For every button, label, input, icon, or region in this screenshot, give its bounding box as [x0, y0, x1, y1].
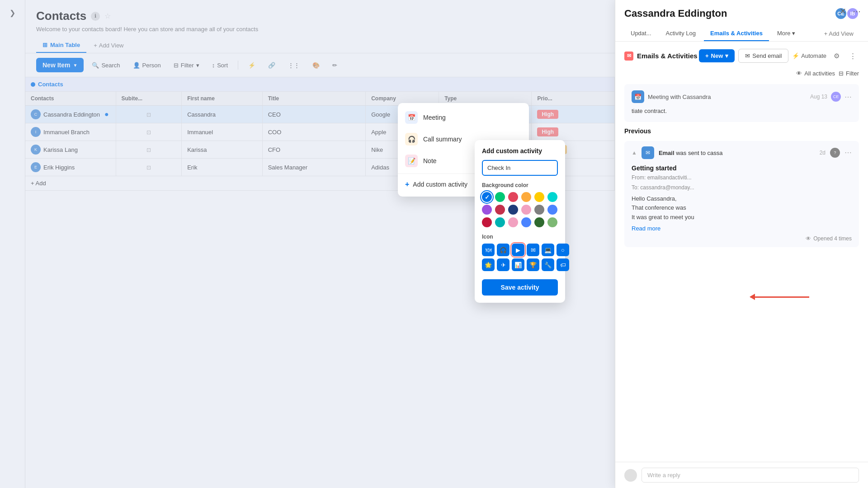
activity-user-avatar: CE [831, 92, 841, 102]
email-time-ago: 2d [820, 150, 826, 156]
icon-option-11[interactable]: 🏷 [557, 258, 569, 271]
color-option-3[interactable] [521, 192, 531, 202]
activity-more-button[interactable]: ⋯ [844, 93, 852, 101]
read-more-link[interactable]: Read more [632, 225, 852, 232]
color-option-10[interactable] [534, 205, 544, 215]
color-option-1[interactable] [495, 192, 505, 202]
color-option-5[interactable] [547, 192, 557, 202]
note-icon: 📝 [405, 155, 418, 167]
icon-option-2[interactable]: ▶ [512, 244, 524, 256]
automate-button[interactable]: ⚡ Automate [792, 52, 826, 59]
icon-option-3[interactable]: ✉ [527, 244, 539, 256]
panel-actions: + New ▾ ✉ Send email ⚡ Automate ⚙ ⋮ [699, 49, 859, 63]
eye-icon: 👁 [796, 70, 802, 77]
color-option-12[interactable] [482, 217, 492, 227]
color-option-17[interactable] [547, 217, 557, 227]
panel-header: ✕ ⋯ Cassandra Eddington CE IB Updat... A… [615, 0, 868, 42]
icon-option-10[interactable]: 🔧 [542, 258, 554, 271]
eye-icon-2: 👁 [806, 235, 811, 242]
filter-icon-2: ⊟ [839, 70, 844, 77]
icon-option-6[interactable]: 🌟 [482, 258, 495, 271]
custom-activity-popup: Add custom activity Background color ✓ I… [475, 140, 565, 303]
panel-add-view[interactable]: + Add View [819, 27, 859, 41]
email-icon: ✉ [745, 52, 750, 59]
color-option-2[interactable] [508, 192, 518, 202]
email-body-text: That conference was [632, 203, 852, 213]
arrow-head [750, 294, 755, 300]
color-option-4[interactable] [534, 192, 544, 202]
color-option-8[interactable] [508, 205, 518, 215]
icon-option-7[interactable]: ✈ [497, 258, 509, 271]
reply-input[interactable]: Write a reply [642, 468, 859, 483]
new-dropdown-arrow: ▾ [725, 52, 728, 59]
icon-option-4[interactable]: 💻 [542, 244, 554, 256]
activity-header: 📅 Meeting with Cassandra Aug 13 CE ⋯ [632, 90, 852, 103]
email-from: From: emailsandactiviti... [632, 174, 852, 181]
previous-label: Previous [624, 127, 859, 135]
settings-icon-button[interactable]: ⚙ [830, 50, 843, 62]
send-email-button[interactable]: ✉ Send email [738, 49, 788, 63]
email-type-icon: ✉ [642, 146, 654, 159]
email-info: Email was sent to cassa [659, 149, 815, 157]
color-grid: ✓ [482, 192, 558, 227]
activity-type-icon: 📅 [632, 90, 644, 103]
activity-filter-button[interactable]: ⊟ Filter [839, 70, 859, 77]
bg-color-label: Background color [482, 182, 558, 188]
right-panel: ✕ ⋯ Cassandra Eddington CE IB Updat... A… [615, 0, 868, 488]
color-option-14[interactable] [508, 217, 518, 227]
plus-icon: + [705, 52, 709, 59]
filter-row: 👁 All activities ⊟ Filter [624, 70, 859, 77]
email-to: To: cassandra@monday... [632, 184, 852, 191]
panel-section-title: ✉ Emails & Activities [624, 52, 698, 61]
email-body-text-2: It was great to meet you [632, 213, 852, 222]
tab-emails-activities[interactable]: Emails & Activities [704, 26, 769, 41]
email-greeting: Hello Cassandra, [632, 194, 852, 204]
email-subject-line: Getting started [632, 164, 852, 172]
activity-text: tiate contract. [632, 107, 852, 116]
activity-date: Aug 13 [810, 94, 827, 100]
color-option-0[interactable]: ✓ [482, 192, 492, 202]
reply-avatar [624, 469, 637, 482]
email-more-button[interactable]: ⋯ [844, 148, 852, 157]
dropdown-meeting[interactable]: 📅 Meeting [398, 107, 529, 128]
icon-option-8[interactable]: 📊 [512, 258, 524, 271]
popup-title: Add custom activity [482, 147, 558, 155]
tab-more[interactable]: More ▾ [771, 26, 802, 41]
current-activity: 📅 Meeting with Cassandra Aug 13 CE ⋯ tia… [624, 84, 859, 122]
opened-times: 👁 Opened 4 times [632, 235, 852, 242]
panel-section-header: ✉ Emails & Activities + New ▾ ✉ Send ema… [624, 49, 859, 63]
activity-name-input[interactable] [482, 160, 558, 176]
add-custom-icon: + [405, 180, 409, 188]
panel-title-row: Cassandra Eddington CE IB [624, 7, 859, 20]
color-option-13[interactable] [495, 217, 505, 227]
activity-type-label: Meeting with Cassandra [648, 94, 711, 100]
tab-update[interactable]: Updat... [624, 26, 658, 41]
panel-close-button[interactable]: ✕ [840, 6, 846, 16]
color-option-9[interactable] [521, 205, 531, 215]
email-body: Getting started From: emailsandactiviti.… [624, 164, 859, 247]
all-activities-button[interactable]: 👁 All activities [796, 70, 835, 77]
tab-activity-log[interactable]: Activity Log [660, 26, 702, 41]
panel-tabs: Updat... Activity Log Emails & Activitie… [624, 26, 859, 41]
icon-option-5[interactable]: ○ [557, 244, 569, 256]
icon-option-9[interactable]: 🏆 [527, 258, 539, 271]
email-header[interactable]: ▲ ✉ Email was sent to cassa 2d ? ⋯ [624, 141, 859, 164]
email-entry: ▲ ✉ Email was sent to cassa 2d ? ⋯ Getti… [624, 141, 859, 247]
icon-option-1[interactable]: 🎧 [497, 244, 509, 256]
panel-more-button[interactable]: ⋯ [853, 6, 861, 16]
email-user-avatar: ? [830, 148, 840, 158]
options-icon-button[interactable]: ⋮ [846, 50, 859, 62]
color-option-6[interactable] [482, 205, 492, 215]
panel-content: ✉ Emails & Activities + New ▾ ✉ Send ema… [615, 42, 868, 462]
color-option-16[interactable] [534, 217, 544, 227]
color-option-11[interactable] [547, 205, 557, 215]
new-activity-button[interactable]: + New ▾ [699, 49, 735, 62]
email-subject-preview: Email was sent to cassa [659, 150, 723, 156]
arrow-indicator [750, 296, 809, 298]
color-option-15[interactable] [521, 217, 531, 227]
save-activity-button[interactable]: Save activity [482, 279, 558, 296]
panel-title: Cassandra Eddington [624, 8, 727, 19]
color-option-7[interactable] [495, 205, 505, 215]
automate-icon: ⚡ [792, 52, 799, 59]
icon-option-0[interactable]: 🍽 [482, 244, 495, 256]
